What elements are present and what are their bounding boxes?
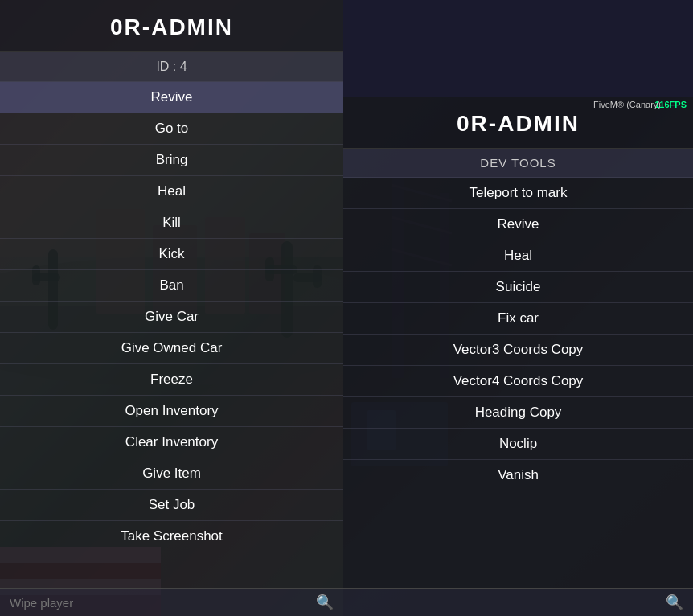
right-panel-header: 116FPS FiveM® (Canary) 0R-ADMIN [343, 97, 693, 149]
left-panel: 0R-ADMIN ID : 4 ReviveGo toBringHealKill… [0, 0, 343, 616]
right-search-icon[interactable]: 🔍 [666, 593, 683, 611]
right-search-input[interactable] [353, 596, 666, 610]
left-menu-item-13[interactable]: Set Job [0, 490, 343, 521]
left-menu-item-14[interactable]: Take Screenshot [0, 521, 343, 552]
left-menu-item-2[interactable]: Bring [0, 145, 343, 176]
left-menu-item-10[interactable]: Open Inventory [0, 396, 343, 427]
left-menu-item-3[interactable]: Heal [0, 176, 343, 207]
right-menu-list: Teleport to markReviveHealSuicideFix car… [343, 178, 693, 491]
dev-tools-header: DEV TOOLS [343, 149, 693, 178]
left-panel-title: 0R-ADMIN [110, 14, 233, 39]
left-search-icon[interactable]: 🔍 [316, 593, 334, 611]
left-panel-header: 0R-ADMIN [0, 0, 343, 52]
left-search-bar: 🔍 [0, 588, 343, 616]
left-menu-item-11[interactable]: Clear Inventory [0, 427, 343, 458]
left-menu-item-8[interactable]: Give Owned Car [0, 333, 343, 364]
left-menu-item-4[interactable]: Kill [0, 207, 343, 239]
player-id: ID : 4 [0, 52, 343, 82]
left-menu-list: ReviveGo toBringHealKillKickBanGive CarG… [0, 82, 343, 552]
left-menu-item-1[interactable]: Go to [0, 113, 343, 145]
left-menu-item-7[interactable]: Give Car [0, 302, 343, 333]
right-panel-menu: DEV TOOLS Teleport to markReviveHealSuic… [343, 149, 693, 588]
left-menu-item-5[interactable]: Kick [0, 239, 343, 270]
left-menu-item-9[interactable]: Freeze [0, 364, 343, 396]
left-menu-item-6[interactable]: Ban [0, 270, 343, 302]
right-menu-item-7[interactable]: Heading Copy [343, 397, 693, 429]
left-panel-menu: ID : 4 ReviveGo toBringHealKillKickBanGi… [0, 52, 343, 588]
left-menu-item-0[interactable]: Revive [0, 82, 343, 113]
left-menu-item-12[interactable]: Give Item [0, 458, 343, 490]
right-menu-item-4[interactable]: Fix car [343, 303, 693, 335]
right-menu-item-5[interactable]: Vector3 Coords Copy [343, 335, 693, 366]
right-panel: 116FPS FiveM® (Canary) 0R-ADMIN DEV TOOL… [343, 97, 693, 616]
fivem-badge: FiveM® (Canary) [593, 100, 661, 109]
right-menu-item-6[interactable]: Vector4 Coords Copy [343, 366, 693, 397]
right-panel-title: 0R-ADMIN [457, 111, 580, 136]
right-menu-item-9[interactable]: Vanish [343, 460, 693, 491]
right-menu-item-2[interactable]: Heal [343, 240, 693, 272]
right-search-bar: 🔍 [343, 588, 693, 616]
left-search-input[interactable] [10, 596, 316, 610]
right-menu-item-0[interactable]: Teleport to mark [343, 178, 693, 209]
right-menu-item-8[interactable]: Noclip [343, 429, 693, 460]
right-menu-item-3[interactable]: Suicide [343, 272, 693, 303]
right-menu-item-1[interactable]: Revive [343, 209, 693, 240]
